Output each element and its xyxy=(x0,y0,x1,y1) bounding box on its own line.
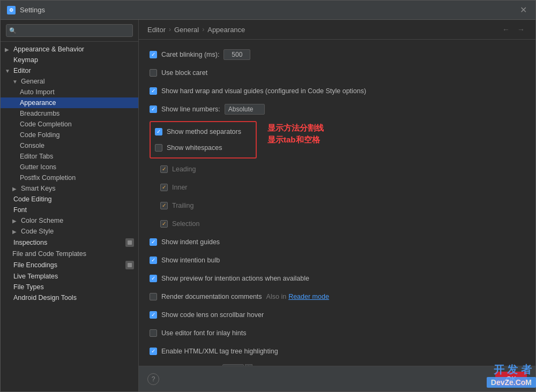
show-indent-guides-checkbox[interactable] xyxy=(150,238,157,246)
sidebar-item-smart-keys[interactable]: ▶ Smart Keys xyxy=(1,183,138,194)
show-code-lens-checkbox[interactable] xyxy=(150,311,157,319)
sidebar-item-font[interactable]: ▶ Font xyxy=(1,205,138,215)
annotation-area: Show method separators Show whitespaces … xyxy=(150,121,525,159)
arrow-icon: ▶ xyxy=(12,218,19,224)
file-encodings-badge xyxy=(125,261,134,269)
sidebar-label: Auto Import xyxy=(20,88,55,96)
sidebar-label: Color Scheme xyxy=(21,217,63,224)
sidebar-item-breadcrumbs[interactable]: Breadcrumbs xyxy=(1,108,138,119)
show-code-lens-label: Show code lens on scrollbar hover xyxy=(161,311,264,319)
sidebar-item-code-folding[interactable]: Code Folding xyxy=(1,130,138,140)
annotation-tab-text: 显示tab和空格 xyxy=(267,135,320,145)
sidebar-item-code-style[interactable]: ▶ Code Style xyxy=(1,226,138,237)
help-button[interactable]: ? xyxy=(147,373,159,385)
search-input[interactable] xyxy=(6,24,133,37)
selection-checkbox[interactable] xyxy=(160,220,168,228)
right-panel: Editor › General › Appearance ← → Caret … xyxy=(139,20,535,391)
use-editor-font-checkbox[interactable] xyxy=(150,329,157,337)
red-box: Show method separators Show whitespaces xyxy=(150,121,257,159)
show-whitespaces-row: Show whitespaces xyxy=(155,141,251,154)
breadcrumb-sep2: › xyxy=(202,26,204,33)
use-block-caret-checkbox[interactable] xyxy=(150,69,157,77)
sidebar: 🔍 ▶ Appearance & Behavior ▶ Keymap ▼ xyxy=(1,20,139,391)
sidebar-label: Console xyxy=(20,142,44,149)
show-hard-wrap-row: Show hard wrap and visual guides (config… xyxy=(150,85,525,97)
enable-html-xml-checkbox[interactable] xyxy=(150,348,157,355)
sidebar-item-gutter-icons[interactable]: Gutter Icons xyxy=(1,162,138,172)
sidebar-item-general[interactable]: ▼ General xyxy=(1,76,138,87)
sidebar-item-appearance[interactable]: Appearance xyxy=(1,97,138,108)
sidebar-item-code-editing[interactable]: ▶ Code Editing xyxy=(1,194,138,205)
sidebar-item-keymap[interactable]: ▶ Keymap xyxy=(1,55,138,65)
show-method-separators-row: Show method separators xyxy=(155,125,251,138)
caret-blinking-spinbox xyxy=(224,49,250,60)
sidebar-item-code-completion[interactable]: Code Completion xyxy=(1,119,138,130)
caret-blinking-checkbox[interactable] xyxy=(150,51,157,58)
breadcrumb-bar: Editor › General › Appearance ← → xyxy=(139,20,535,40)
leading-checkbox[interactable] xyxy=(160,165,168,173)
sidebar-label: Breadcrumbs xyxy=(20,110,59,117)
app-icon: ⚙ xyxy=(7,6,16,14)
annotation-method-text: 显示方法分割线 xyxy=(267,123,324,133)
sidebar-item-file-code-templates[interactable]: File and Code Templates xyxy=(1,248,138,259)
trailing-row: Trailing xyxy=(150,199,525,212)
ok-button[interactable]: OK xyxy=(495,372,527,386)
breadcrumb-sep1: › xyxy=(169,26,171,33)
use-block-caret-label: Use block caret xyxy=(161,69,207,77)
search-box: 🔍 xyxy=(1,20,138,42)
sidebar-label: File and Code Templates xyxy=(12,250,86,258)
sidebar-item-auto-import[interactable]: Auto Import xyxy=(1,87,138,97)
sidebar-label: Keymap xyxy=(13,56,38,64)
show-preview-checkbox[interactable] xyxy=(150,275,157,282)
nav-back-button[interactable]: ← xyxy=(500,24,512,35)
main-content: 🔍 ▶ Appearance & Behavior ▶ Keymap ▼ xyxy=(1,20,535,391)
show-method-separators-label: Show method separators xyxy=(167,128,241,135)
show-preview-row: Show preview for intention actions when … xyxy=(150,272,525,285)
close-button[interactable]: ✕ xyxy=(518,3,529,17)
show-method-separators-checkbox[interactable] xyxy=(155,128,162,135)
show-line-numbers-row: Show line numbers: Absolute Relative xyxy=(150,103,525,116)
caret-blinking-input[interactable] xyxy=(224,49,250,60)
arrow-icon: ▼ xyxy=(12,79,19,85)
inner-checkbox[interactable] xyxy=(160,184,168,191)
sidebar-item-console[interactable]: Console xyxy=(1,140,138,151)
caret-blinking-row: Caret blinking (ms): xyxy=(150,48,525,61)
show-hard-wrap-label: Show hard wrap and visual guides (config… xyxy=(161,87,366,95)
sidebar-item-android-design-tools[interactable]: ▶ Android Design Tools xyxy=(1,292,138,303)
sidebar-item-postfix-completion[interactable]: Postfix Completion xyxy=(1,172,138,183)
svg-rect-1 xyxy=(128,263,132,267)
show-hard-wrap-checkbox[interactable] xyxy=(150,87,157,95)
sidebar-label: Appearance xyxy=(20,99,56,107)
nav-forward-button[interactable]: → xyxy=(515,24,527,35)
sidebar-item-inspections[interactable]: ▶ Inspections xyxy=(1,237,138,248)
show-intention-bulb-checkbox[interactable] xyxy=(150,257,157,264)
sidebar-label: General xyxy=(21,78,44,85)
use-editor-font-row: Use editor font for inlay hints xyxy=(150,327,525,340)
sidebar-item-editor-tabs[interactable]: Editor Tabs xyxy=(1,151,138,162)
inner-row: Inner xyxy=(150,181,525,194)
sidebar-label: Code Completion xyxy=(20,120,72,128)
sidebar-label: Code Editing xyxy=(13,195,52,203)
selection-label: Selection xyxy=(172,220,199,228)
line-numbers-dropdown[interactable]: Absolute Relative xyxy=(225,104,265,115)
reader-mode-link[interactable]: Reader mode xyxy=(288,293,329,300)
use-editor-font-label: Use editor font for inlay hints xyxy=(161,329,246,337)
trailing-checkbox[interactable] xyxy=(160,202,168,209)
show-code-lens-row: Show code lens on scrollbar hover xyxy=(150,308,525,321)
sidebar-item-editor[interactable]: ▼ Editor xyxy=(1,65,138,76)
sidebar-label: Inspections xyxy=(13,239,47,246)
sidebar-item-file-encodings[interactable]: ▶ File Encodings xyxy=(1,259,138,271)
render-doc-comments-checkbox[interactable] xyxy=(150,293,157,300)
breadcrumb-general: General xyxy=(174,26,199,34)
sidebar-label: Code Folding xyxy=(20,131,59,139)
show-indent-guides-row: Show indent guides xyxy=(150,236,525,248)
sidebar-item-appearance-behavior[interactable]: ▶ Appearance & Behavior xyxy=(1,44,138,55)
show-line-numbers-checkbox[interactable] xyxy=(150,105,157,113)
sidebar-label: Live Templates xyxy=(13,273,58,280)
sidebar-item-color-scheme[interactable]: ▶ Color Scheme xyxy=(1,215,138,226)
sidebar-item-live-templates[interactable]: ▶ Live Templates xyxy=(1,271,138,282)
sidebar-label: Font xyxy=(13,206,27,214)
sidebar-tree: ▶ Appearance & Behavior ▶ Keymap ▼ Edito… xyxy=(1,42,138,391)
show-whitespaces-checkbox[interactable] xyxy=(155,144,162,152)
sidebar-item-file-types[interactable]: ▶ File Types xyxy=(1,282,138,292)
